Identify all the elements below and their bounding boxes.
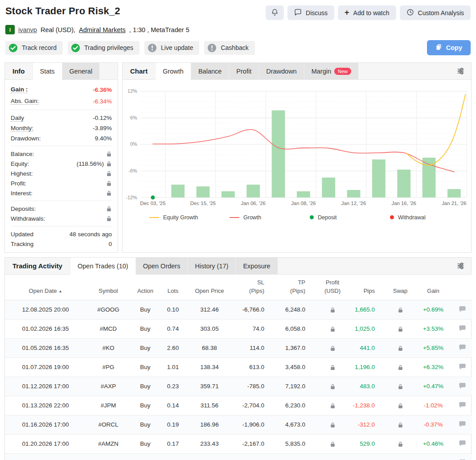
- action-cell: Buy: [131, 319, 160, 338]
- legend-item-deposit[interactable]: Deposit: [310, 214, 390, 221]
- lock-icon: [106, 206, 112, 212]
- action-cell: Buy: [131, 377, 160, 396]
- sl-cell: -1,523.0: [233, 453, 276, 460]
- status-badge-live-update[interactable]: Live update: [144, 41, 199, 55]
- stat-row-equity: Equity:(118.56%): [11, 159, 112, 168]
- locked-profit-cell: [317, 453, 348, 460]
- status-badge-track-record[interactable]: Track record: [5, 41, 63, 55]
- gain-cell: +0.47%: [414, 377, 452, 396]
- chart-tab-profit[interactable]: Profit: [229, 63, 259, 79]
- open_date-cell: 01.07.2026 19:00: [5, 357, 86, 377]
- column-header-comment[interactable]: [452, 275, 472, 300]
- sl-cell: -785.0: [233, 377, 276, 396]
- column-header-profit[interactable]: Profit(USD): [317, 275, 348, 300]
- chart-panel: Chart GrowthBalanceProfitDrawdownMarginN…: [122, 62, 472, 253]
- legend-item-withdrawal[interactable]: Withdrawal: [390, 214, 470, 221]
- trade-comment-button[interactable]: [452, 377, 472, 396]
- column-header-open_price[interactable]: Open Price: [186, 275, 233, 300]
- legend-item-equity-growth[interactable]: Equity Growth: [149, 214, 230, 221]
- gain-cell: -1.02%: [414, 396, 452, 415]
- trading-tab-history-17[interactable]: History (17): [187, 258, 235, 274]
- lock-icon: [398, 307, 403, 313]
- locked-profit-cell: [317, 415, 348, 434]
- trading-settings-button[interactable]: [456, 258, 471, 274]
- trade-comment-button[interactable]: [452, 300, 472, 319]
- trading-tab-exposure[interactable]: Exposure: [235, 258, 277, 274]
- info-tab-stats[interactable]: Stats: [33, 63, 62, 80]
- account-broker-link[interactable]: Admiral Markets: [79, 26, 126, 33]
- symbol-cell: #GOOG: [86, 300, 131, 319]
- column-header-tp[interactable]: TP(Pips): [276, 275, 317, 300]
- legend-label: Withdrawal: [398, 214, 426, 221]
- discuss-button[interactable]: Discuss: [287, 5, 334, 20]
- lock-icon: [398, 326, 403, 332]
- open_date-cell: 01.02.2026 16:35: [5, 319, 86, 338]
- symbol-cell: #JPM: [86, 396, 131, 415]
- trade-comment-button[interactable]: [452, 319, 472, 338]
- chart-tab-margin[interactable]: MarginNew: [304, 63, 358, 79]
- tp-cell: 5,031.0: [276, 453, 317, 460]
- page-title: Stock Trader Pro Risk_2: [5, 5, 120, 17]
- tp-cell: 1,367.0: [276, 338, 317, 357]
- legend-item-growth[interactable]: Growth: [230, 214, 310, 221]
- column-header-open_date[interactable]: Open Date▲: [5, 275, 86, 300]
- tab-label: Drawdown: [266, 68, 297, 75]
- locked-swap-cell: [386, 396, 414, 415]
- trade-comment-button[interactable]: [452, 415, 472, 434]
- status-badge-trading-privileges[interactable]: Trading privileges: [68, 41, 140, 55]
- stat-label: Monthly:: [11, 125, 33, 132]
- stat-value: (118.56%): [77, 160, 112, 167]
- column-header-lots[interactable]: Lots: [160, 275, 186, 300]
- column-header-sl[interactable]: SL(Pips): [233, 275, 276, 300]
- lock-icon: [106, 181, 112, 186]
- tab-label: Open Orders: [143, 263, 181, 270]
- exclamation-circle-icon: [148, 43, 157, 53]
- account-username-link[interactable]: ivanvp: [18, 26, 37, 33]
- stat-value: -6.36%: [93, 86, 112, 93]
- chart-tab-drawdown[interactable]: Drawdown: [259, 63, 304, 79]
- trade-comment-button[interactable]: [452, 453, 472, 460]
- info-tab-general[interactable]: General: [62, 63, 100, 79]
- status-badge-cashback[interactable]: Cashback: [204, 41, 254, 55]
- column-header-gain[interactable]: Gain: [414, 275, 452, 300]
- sl-cell: 114.0: [233, 338, 276, 357]
- chart-settings-button[interactable]: [456, 63, 471, 79]
- lots-cell: 0.24: [160, 453, 186, 460]
- trade-comment-button[interactable]: [452, 396, 472, 415]
- lock-icon: [398, 384, 403, 390]
- pips-cell: 441.0: [348, 338, 386, 357]
- column-header-swap[interactable]: Swap: [386, 275, 414, 300]
- column-header-action[interactable]: Action: [131, 275, 160, 300]
- symbol-cell: #ORCL: [86, 415, 131, 434]
- add-to-watch-label: Add to watch: [353, 9, 390, 16]
- legend-dot-swatch: [390, 215, 394, 219]
- open_date-cell: 12.08.2025 20:00: [5, 300, 86, 319]
- lock-icon: [330, 345, 336, 351]
- lots-cell: 0.17: [160, 434, 186, 453]
- lock-icon: [106, 190, 112, 196]
- stat-value: 9.40%: [95, 135, 112, 142]
- symbol-cell: #MCD: [86, 319, 131, 338]
- column-header-pips[interactable]: Pips: [348, 275, 386, 300]
- custom-analysis-button[interactable]: Custom Analysis: [400, 5, 471, 20]
- growth-bar: [322, 177, 335, 197]
- chart-tab-growth[interactable]: Growth: [155, 63, 191, 80]
- main-grid: Info StatsGeneral Gain :-6.36%Abs. Gain:…: [4, 62, 472, 253]
- trade-comment-button[interactable]: [452, 434, 472, 453]
- open_date-cell: 01.20.2026 18:00: [5, 453, 86, 460]
- trade-comment-button[interactable]: [452, 338, 472, 357]
- copy-button[interactable]: Copy: [427, 40, 471, 55]
- stat-row-gain: Gain :-6.36%: [11, 84, 112, 95]
- svg-text:Jan 12, '26: Jan 12, '26: [341, 201, 366, 206]
- notifications-button[interactable]: [266, 5, 284, 20]
- trading-tab-open-orders[interactable]: Open Orders: [135, 258, 188, 274]
- trading-tab-open-trades-10[interactable]: Open Trades (10): [70, 258, 135, 275]
- trade-comment-button[interactable]: [452, 357, 472, 377]
- lock-icon: [330, 307, 336, 313]
- symbol-cell: #AXP: [86, 377, 131, 396]
- add-to-watch-button[interactable]: + Add to watch: [338, 5, 396, 20]
- column-header-symbol[interactable]: Symbol: [86, 275, 131, 300]
- trade-row-orcl: 01.16.2026 17:00#ORCLBuy0.19186.96-1,906…: [5, 415, 472, 434]
- chart-tab-balance[interactable]: Balance: [191, 63, 229, 79]
- info-panel-title: Info: [5, 63, 33, 79]
